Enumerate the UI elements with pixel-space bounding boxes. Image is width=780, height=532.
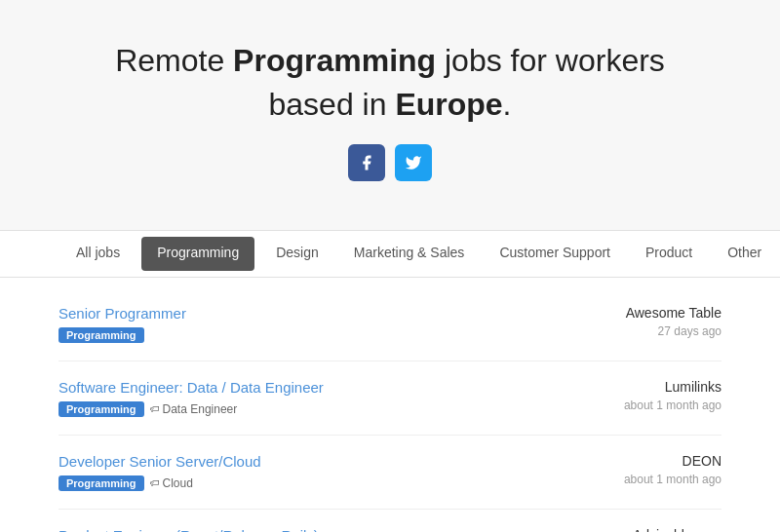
tab-programming[interactable]: Programming [141, 237, 254, 271]
tabs-bar: All jobs Programming Design Marketing & … [0, 230, 780, 278]
hero-section: Remote Programming jobs for workersbased… [0, 0, 780, 210]
company-name: DEON [585, 453, 722, 469]
job-left: Software Engineer: Data / Data EngineerP… [58, 379, 585, 417]
jobs-list: Senior ProgrammerProgrammingAwesome Tabl… [0, 278, 780, 532]
job-right: Advisable.comabout 2 months ago [585, 527, 722, 532]
job-left: Product Engineer (React/Ruby on Rails)Pr… [58, 527, 585, 532]
company-name: Awesome Table [585, 305, 722, 321]
time-ago: 27 days ago [585, 324, 722, 338]
facebook-icon[interactable] [348, 144, 385, 181]
time-ago: about 1 month ago [585, 399, 722, 412]
time-ago: about 1 month ago [585, 473, 722, 486]
job-right: Awesome Table27 days ago [585, 305, 722, 338]
twitter-icon[interactable] [395, 144, 432, 181]
job-row: Product Engineer (React/Ruby on Rails)Pr… [58, 510, 722, 532]
job-row: Senior ProgrammerProgrammingAwesome Tabl… [58, 287, 722, 361]
skill-tag: Cloud [150, 476, 193, 490]
company-name: Advisable.com [585, 527, 722, 532]
tab-customer-support[interactable]: Customer Support [482, 231, 628, 277]
tab-design[interactable]: Design [258, 231, 336, 277]
job-row: Software Engineer: Data / Data EngineerP… [58, 361, 722, 436]
tab-all-jobs[interactable]: All jobs [58, 231, 137, 277]
company-name: Lumilinks [585, 379, 722, 395]
job-row: Developer Senior Server/CloudProgramming… [58, 436, 722, 510]
category-tag: Programming [58, 327, 144, 343]
social-icons [20, 144, 760, 181]
job-left: Senior ProgrammerProgramming [58, 305, 585, 343]
job-title-link[interactable]: Software Engineer: Data / Data Engineer [58, 379, 585, 396]
category-tag: Programming [58, 475, 144, 491]
job-title-link[interactable]: Senior Programmer [58, 305, 585, 322]
job-right: DEONabout 1 month ago [585, 453, 722, 486]
job-left: Developer Senior Server/CloudProgramming… [58, 453, 585, 491]
tab-product[interactable]: Product [628, 231, 710, 277]
job-right: Lumilinksabout 1 month ago [585, 379, 722, 412]
tab-marketing[interactable]: Marketing & Sales [336, 231, 483, 277]
category-tag: Programming [58, 401, 144, 417]
job-tags: ProgrammingData Engineer [58, 401, 585, 417]
tab-other[interactable]: Other [710, 231, 779, 277]
skill-tag: Data Engineer [150, 402, 238, 416]
job-title-link[interactable]: Developer Senior Server/Cloud [58, 453, 585, 470]
job-title-link[interactable]: Product Engineer (React/Ruby on Rails) [58, 527, 585, 532]
hero-title: Remote Programming jobs for workersbased… [20, 39, 760, 127]
job-tags: Programming [58, 327, 585, 343]
job-tags: ProgrammingCloud [58, 475, 585, 491]
